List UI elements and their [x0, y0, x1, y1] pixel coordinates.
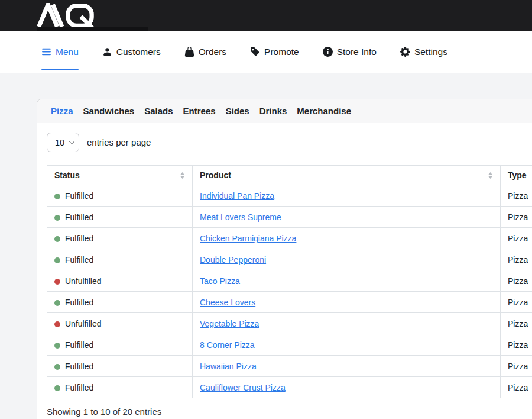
product-link[interactable]: Hawaiian Pizza [200, 362, 257, 371]
type-cell: Pizza [501, 356, 532, 377]
tab-sides[interactable]: Sides [226, 106, 249, 116]
column-header-product[interactable]: Product [193, 166, 501, 185]
nav-item-settings[interactable]: Settings [400, 31, 447, 73]
menu-icon [41, 47, 51, 57]
topbar [0, 0, 532, 31]
product-cell: Meat Lovers Supreme [193, 207, 501, 228]
table-row: UnfulfilledVegetable PizzaPizza [47, 313, 532, 334]
product-cell: Chicken Parmigiana Pizza [193, 228, 501, 249]
brand-logo[interactable] [37, 3, 97, 28]
status-label: Fulfilled [65, 383, 93, 392]
table-row: FulfilledIndividual Pan PizzaPizza [47, 185, 532, 207]
status-cell: Fulfilled [47, 249, 193, 270]
card-body: 10 entries per page StatusProductType Fu… [37, 123, 532, 419]
status-cell: Fulfilled [47, 377, 193, 398]
type-cell: Pizza [501, 377, 532, 398]
nav-item-promote[interactable]: Promote [250, 31, 299, 73]
nav-item-orders[interactable]: Orders [184, 31, 226, 73]
product-cell: Double Pepperoni [193, 249, 501, 270]
aiq-logo-icon [37, 3, 97, 28]
status-cell: Unfulfilled [47, 270, 193, 292]
page-content: PizzaSandwichesSaladsEntreesSidesDrinksM… [0, 73, 532, 419]
page-size-row: 10 entries per page [47, 133, 532, 152]
type-cell: Pizza [501, 207, 532, 228]
status-dot-icon [54, 321, 60, 327]
products-table: StatusProductType FulfilledIndividual Pa… [47, 165, 532, 398]
column-header-type: Type [501, 166, 532, 185]
nav-item-label: Orders [199, 47, 226, 57]
product-link[interactable]: Cauliflower Crust Pizza [200, 383, 286, 392]
table-row: Fulfilled8 Corner PizzaPizza [47, 334, 532, 356]
product-cell: Vegetable Pizza [193, 313, 501, 334]
status-dot-icon [54, 215, 60, 221]
status-label: Fulfilled [65, 191, 93, 201]
type-cell: Pizza [501, 270, 532, 292]
table-head: StatusProductType [47, 166, 532, 185]
table-row: FulfilledCheese LoversPizza [47, 292, 532, 313]
status-cell: Fulfilled [47, 292, 193, 313]
status-dot-icon [54, 300, 60, 306]
status-label: Fulfilled [65, 234, 93, 243]
info-icon [323, 47, 333, 57]
tab-entrees[interactable]: Entrees [183, 106, 216, 116]
table-row: FulfilledDouble PepperoniPizza [47, 249, 532, 270]
column-header-status[interactable]: Status [47, 166, 193, 185]
product-link[interactable]: Double Pepperoni [200, 255, 266, 265]
tab-salads[interactable]: Salads [144, 106, 173, 116]
sort-icon[interactable] [488, 172, 493, 179]
type-cell: Pizza [501, 313, 532, 334]
product-link[interactable]: Cheese Lovers [200, 298, 255, 307]
nav-item-label: Settings [414, 47, 447, 57]
type-cell: Pizza [501, 334, 532, 356]
status-cell: Unfulfilled [47, 313, 193, 334]
product-link[interactable]: Meat Lovers Supreme [200, 212, 281, 222]
table-row: FulfilledMeat Lovers SupremePizza [47, 207, 532, 228]
nav-item-label: Promote [264, 47, 299, 57]
tab-pizza[interactable]: Pizza [51, 106, 73, 116]
type-cell: Pizza [501, 228, 532, 249]
status-cell: Fulfilled [47, 334, 193, 356]
bag-icon [184, 47, 194, 57]
status-label: Fulfilled [65, 340, 93, 350]
nav-item-store-info[interactable]: Store Info [323, 31, 377, 73]
status-cell: Fulfilled [47, 228, 193, 249]
nav-item-label: Store Info [337, 47, 377, 57]
status-dot-icon [54, 343, 60, 349]
product-link[interactable]: Chicken Parmigiana Pizza [200, 234, 296, 243]
type-cell: Pizza [501, 249, 532, 270]
tab-drinks[interactable]: Drinks [259, 106, 287, 116]
sort-icon[interactable] [180, 172, 185, 179]
status-dot-icon [54, 385, 60, 391]
gear-icon [400, 47, 410, 57]
status-cell: Fulfilled [47, 185, 193, 207]
product-cell: Taco Pizza [193, 270, 501, 292]
product-link[interactable]: Individual Pan Pizza [200, 191, 274, 201]
table-body: FulfilledIndividual Pan PizzaPizzaFulfil… [47, 185, 532, 398]
product-cell: Cauliflower Crust Pizza [193, 377, 501, 398]
logo-underline-strip [37, 27, 148, 31]
status-label: Fulfilled [65, 212, 93, 222]
table-row: FulfilledChicken Parmigiana PizzaPizza [47, 228, 532, 249]
entries-per-page-label: entries per page [87, 137, 151, 147]
entries-per-page-select[interactable]: 10 [47, 133, 79, 152]
status-dot-icon [54, 364, 60, 370]
status-cell: Fulfilled [47, 356, 193, 377]
product-cell: Hawaiian Pizza [193, 356, 501, 377]
product-link[interactable]: Taco Pizza [200, 276, 240, 286]
nav-item-menu[interactable]: Menu [41, 31, 79, 73]
product-link[interactable]: Vegetable Pizza [200, 319, 259, 328]
nav-item-label: Menu [56, 47, 79, 57]
status-label: Fulfilled [65, 362, 93, 371]
page-size-select-wrap: 10 [47, 133, 79, 152]
product-link[interactable]: 8 Corner Pizza [200, 340, 255, 350]
tab-merchandise[interactable]: Merchandise [297, 106, 351, 116]
nav-item-customers[interactable]: Customers [102, 31, 161, 73]
table-row: FulfilledCauliflower Crust PizzaPizza [47, 377, 532, 398]
tab-sandwiches[interactable]: Sandwiches [83, 106, 135, 116]
menu-card: PizzaSandwichesSaladsEntreesSidesDrinksM… [37, 99, 532, 419]
person-icon [102, 47, 112, 57]
table-info: Showing 1 to 10 of 20 entries [47, 407, 532, 417]
active-nav-underline [41, 69, 79, 70]
type-cell: Pizza [501, 185, 532, 207]
column-label: Type [508, 170, 527, 180]
